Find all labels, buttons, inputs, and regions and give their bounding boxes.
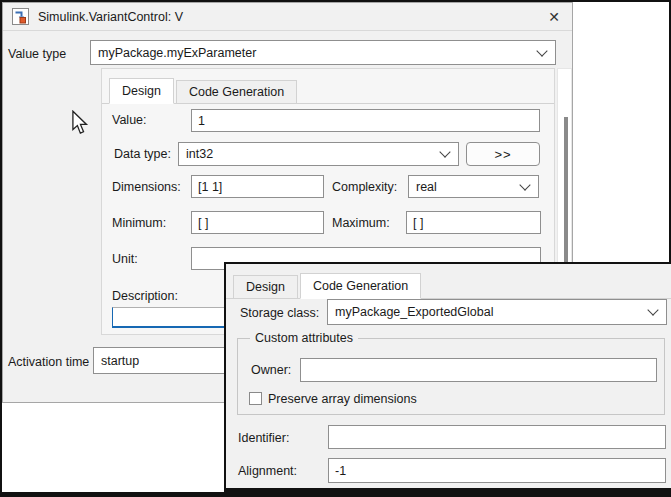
complexity-value: real	[416, 180, 437, 194]
unit-label: Unit:	[112, 252, 138, 266]
tab-bar: Design Code Generation	[226, 273, 671, 299]
owner-label: Owner:	[251, 363, 291, 377]
maximum-input[interactable]	[406, 211, 541, 234]
alignment-label: Alignment:	[238, 464, 297, 478]
preserve-array-dimensions-checkbox[interactable]	[249, 392, 262, 405]
value-type-value: myPackage.myExParameter	[98, 46, 256, 60]
dimensions-label: Dimensions:	[112, 180, 181, 194]
chevron-down-icon	[647, 304, 658, 315]
minimum-label: Minimum:	[112, 216, 166, 230]
minimum-input[interactable]	[191, 211, 324, 234]
complexity-label: Complexity:	[332, 180, 397, 194]
value-type-label: Value type	[8, 47, 66, 61]
owner-input[interactable]	[300, 358, 657, 382]
window-title: Simulink.VariantControl: V	[38, 10, 183, 24]
data-type-value: int32	[186, 147, 213, 161]
complexity-combobox[interactable]: real	[408, 175, 539, 198]
preserve-array-dimensions-label: Preserve array dimensions	[268, 392, 417, 406]
data-type-label: Data type:	[114, 147, 171, 161]
chevron-down-icon	[519, 179, 530, 190]
description-label: Description:	[112, 289, 178, 303]
value-input[interactable]	[191, 109, 540, 132]
tab-code-generation[interactable]: Code Generation	[300, 273, 421, 299]
data-type-combobox[interactable]: int32	[178, 142, 459, 166]
activation-time-label: Activation time	[8, 355, 89, 369]
close-icon[interactable]: ✕	[544, 7, 564, 27]
custom-attributes-title: Custom attributes	[250, 331, 358, 345]
value-label: Value:	[112, 113, 147, 127]
mouse-cursor-icon	[71, 110, 89, 139]
code-generation-panel: Design Code Generation Storage class: my…	[224, 262, 671, 492]
tab-bar: Design Code Generation	[102, 78, 554, 104]
scrollbar-thumb[interactable]	[564, 117, 568, 265]
data-type-assistant-button[interactable]: >>	[466, 142, 540, 166]
screenshot-root: Simulink.VariantControl: V ✕ Value type …	[0, 0, 671, 497]
identifier-label: Identifier:	[238, 431, 289, 445]
value-type-combobox[interactable]: myPackage.myExParameter	[90, 40, 556, 65]
maximum-label: Maximum:	[332, 216, 390, 230]
dimensions-input[interactable]	[191, 175, 324, 198]
title-bar: Simulink.VariantControl: V ✕	[3, 3, 572, 31]
alignment-input[interactable]	[328, 458, 666, 483]
simulink-variant-icon	[12, 8, 29, 25]
custom-attributes-group: Custom attributes Owner: Preserve array …	[237, 338, 665, 415]
tab-design[interactable]: Design	[109, 78, 174, 104]
identifier-input[interactable]	[328, 425, 666, 449]
storage-class-value: myPackage_ExportedGlobal	[335, 305, 493, 319]
tab-code-generation[interactable]: Code Generation	[176, 80, 297, 103]
storage-class-combobox[interactable]: myPackage_ExportedGlobal	[327, 299, 667, 325]
activation-time-value: startup	[101, 354, 139, 368]
storage-class-label: Storage class:	[240, 306, 319, 320]
chevron-down-icon	[536, 45, 547, 56]
tab-design[interactable]: Design	[233, 275, 298, 298]
chevron-down-icon	[439, 146, 450, 157]
